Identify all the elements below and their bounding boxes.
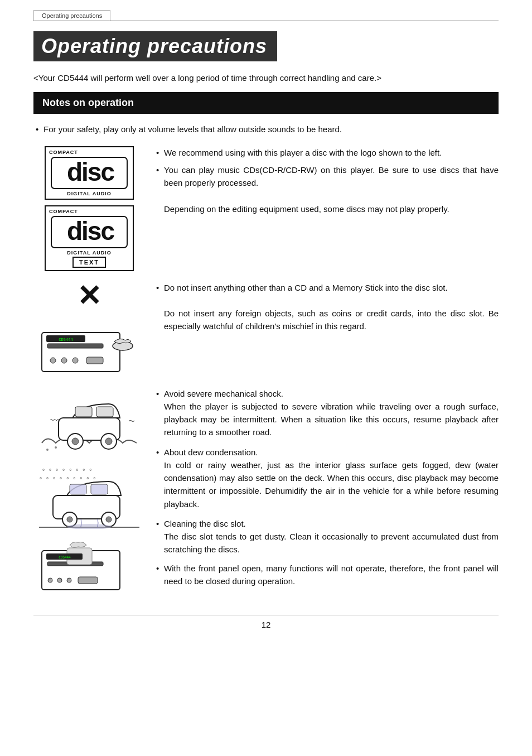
car-section: 〰 〜 ° ° ° ° ° ° ° ° ° ° ° ° ° ° ° ° ° [33,387,499,598]
svg-rect-17 [96,407,113,417]
page-number: 12 [33,615,499,629]
intro-paragraph: <Your CD5444 will perform well over a lo… [33,71,499,84]
svg-text:disc: disc [67,216,114,245]
bullet-item-disc-slot: Do not insert anything other than a CD a… [156,281,499,333]
cd-logos-left: COMPACT disc DIGITAL AUDIO COMPACT [33,146,145,271]
svg-rect-29 [70,484,86,494]
svg-rect-12 [86,357,103,364]
car-right: Avoid severe mechanical shock. When the … [156,387,499,593]
svg-rect-43 [78,577,98,584]
svg-text:CD5444: CD5444 [59,555,71,559]
svg-point-9 [50,358,56,363]
main-heading-box: Operating precautions [33,31,277,61]
svg-point-10 [61,358,67,363]
cd-logo-1-top: COMPACT [49,150,129,155]
cd-logo-2-bottom: DIGITAL AUDIO [49,250,129,256]
svg-point-32 [67,517,72,522]
svg-rect-16 [75,407,92,417]
safety-note: For your safety, play only at volume lev… [33,123,499,136]
top-rule [33,21,499,21]
svg-text:〰: 〰 [50,416,59,425]
page-title: Operating precautions [41,35,267,58]
bullet-item-shock: Avoid severe mechanical shock. When the … [156,387,499,439]
svg-text:CD5444: CD5444 [59,338,72,342]
cd-logos-section: COMPACT disc DIGITAL AUDIO COMPACT [33,146,499,271]
tab-label: Operating precautions [33,10,110,21]
svg-text:° ° ° ° ° ° ° °: ° ° ° ° ° ° ° ° [42,468,92,474]
cd-disc-svg-1: disc [50,156,128,190]
svg-point-19 [72,438,79,445]
svg-point-40 [48,578,52,582]
disc-slot-section: ✕ CD5444 D [33,281,499,377]
bullet-item-cd-rw: You can play music CDs(CD-R/CD-RW) on th… [156,163,499,215]
svg-text:disc: disc [67,157,114,186]
svg-rect-30 [91,484,108,494]
cd-disc-svg-2: disc [50,215,128,249]
cd-logo-2: COMPACT disc DIGITAL AUDIO TEXT [45,205,134,271]
bullet-item-dew: About dew condensation. In cold or rainy… [156,446,499,511]
svg-point-24 [46,449,49,451]
svg-point-34 [106,517,112,522]
svg-rect-7 [47,344,103,348]
bullet-item-cleaning: Cleaning the disc slot. The disc slot te… [156,517,499,556]
cd-text-badge: TEXT [72,257,106,268]
cd-logo-2-top: COMPACT [49,209,129,214]
cleaning-diagram: CD5444 [36,537,142,598]
svg-point-11 [72,358,78,363]
bullet-item-recommend: We recommend using with this player a di… [156,146,499,159]
svg-point-42 [67,578,71,582]
car-rough-road-diagram: 〰 〜 [36,387,142,454]
svg-point-25 [55,446,57,449]
cd-logo-1: COMPACT disc DIGITAL AUDIO [45,146,134,200]
page-container: Operating precautions Operating precauti… [0,0,532,756]
svg-point-41 [57,578,62,582]
cd-logo-1-bottom: DIGITAL AUDIO [49,191,129,196]
cd-logos-right: We recommend using with this player a di… [156,146,499,220]
svg-point-21 [105,438,112,445]
disc-slot-left: ✕ CD5444 [33,281,145,377]
section-header: Notes on operation [33,92,499,114]
disc-slot-diagram: CD5444 [36,316,142,377]
car-left: 〰 〜 ° ° ° ° ° ° ° ° ° ° ° ° ° ° ° ° ° [33,387,145,598]
car-moisture-diagram: ° ° ° ° ° ° ° ° ° ° ° ° ° ° ° ° ° [36,462,142,529]
svg-text:° ° ° ° ° ° ° ° °: ° ° ° ° ° ° ° ° ° [39,476,96,483]
bullet-item-front-panel: With the front panel open, many function… [156,562,499,588]
svg-text:〜: 〜 [128,417,135,425]
x-mark: ✕ [77,281,101,310]
disc-slot-right: Do not insert anything other than a CD a… [156,281,499,338]
